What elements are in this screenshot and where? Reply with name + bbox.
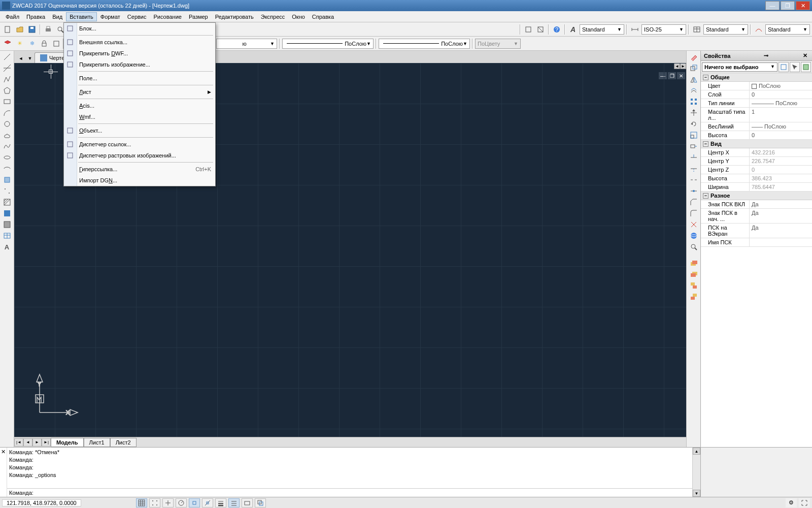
text-style-icon[interactable]: A <box>567 24 579 35</box>
save-icon[interactable] <box>26 24 38 35</box>
props-close-icon[interactable]: ✕ <box>801 52 809 59</box>
text-style-combo[interactable]: Standard▼ <box>580 24 624 35</box>
ml-style-combo[interactable]: Standard▼ <box>765 24 810 35</box>
layer-props-icon[interactable] <box>2 38 13 49</box>
prop-row[interactable]: Слой0 <box>701 90 812 99</box>
help-icon[interactable]: ? <box>551 24 562 35</box>
prop-row[interactable]: Центр Y226.7547 <box>701 157 812 166</box>
cycle-toggle-icon[interactable] <box>255 498 266 507</box>
coords-readout[interactable]: 121.7918, 418.9728, 0.0000 <box>2 499 81 506</box>
menu-item[interactable]: Внешняя ссылка... <box>64 37 215 48</box>
arc-icon[interactable] <box>2 108 13 118</box>
copy-icon[interactable] <box>688 63 699 73</box>
sheet-tab[interactable]: Лист1 <box>84 438 110 447</box>
menu-item[interactable]: Поле... <box>64 73 215 84</box>
layerorder-icon[interactable] <box>688 258 699 268</box>
layer-freeze-icon[interactable]: ❄ <box>26 38 38 49</box>
revcloud-icon[interactable] <box>2 130 13 140</box>
selection-combo[interactable]: Ничего не выбрано▼ <box>702 62 777 72</box>
prop-row[interactable]: Масштаб типа л...1 <box>701 108 812 122</box>
menu-вставить[interactable]: Вставить <box>66 12 97 21</box>
stretch-icon[interactable] <box>688 141 699 151</box>
join-icon[interactable] <box>688 186 699 196</box>
menu-item[interactable]: Блок... <box>64 23 215 34</box>
layerorder3-icon[interactable] <box>688 280 699 291</box>
table-style-icon[interactable] <box>691 24 702 35</box>
prop-row[interactable]: Высота386.423 <box>701 174 812 183</box>
menu-рисование[interactable]: Рисование <box>150 12 185 21</box>
sheet-prev-icon[interactable]: ◄ <box>23 438 32 447</box>
minimize-button[interactable]: — <box>765 1 780 10</box>
table-style-combo[interactable]: Standard▼ <box>703 24 748 35</box>
snap-toggle-icon[interactable] <box>149 498 160 507</box>
otrack-toggle-icon[interactable] <box>202 498 213 507</box>
close-button[interactable]: ✕ <box>796 1 810 10</box>
search-icon[interactable] <box>688 242 699 252</box>
menu-сервис[interactable]: Сервис <box>124 12 150 21</box>
doc-tab-menu[interactable]: ▼ <box>25 54 35 63</box>
polygon-icon[interactable] <box>2 85 13 96</box>
hatch-icon[interactable] <box>2 197 13 207</box>
sheet-tab[interactable]: Модель <box>51 438 84 447</box>
command-close-icon[interactable]: ✕ <box>0 448 7 497</box>
collapse-icon[interactable]: − <box>703 193 708 199</box>
move-icon[interactable] <box>688 108 699 118</box>
line-icon[interactable] <box>2 52 13 62</box>
menu-item[interactable]: Прикрепить DWF... <box>64 48 215 59</box>
pickadd-icon[interactable] <box>801 62 811 72</box>
prop-group[interactable]: −Разное <box>701 192 812 200</box>
tool-icon[interactable] <box>523 24 534 35</box>
offset-icon[interactable] <box>688 85 699 96</box>
menu-item[interactable]: Wmf... <box>64 111 215 122</box>
menu-редактировать[interactable]: Редактировать <box>212 12 257 21</box>
new-icon[interactable] <box>2 24 13 35</box>
chamfer-icon[interactable] <box>688 197 699 207</box>
ortho-toggle-icon[interactable] <box>162 498 174 507</box>
tool2-icon[interactable] <box>535 24 546 35</box>
region-icon[interactable] <box>2 219 13 230</box>
prop-row[interactable]: ВесЛиний—— ПоСлою <box>701 122 812 131</box>
grid-toggle-icon[interactable] <box>136 498 147 507</box>
block-icon[interactable] <box>2 175 13 185</box>
fillet-icon[interactable] <box>688 208 699 218</box>
layer-byslayer-combo[interactable]: ю▼ <box>216 39 277 49</box>
menu-item[interactable]: Гиперссылка...Ctrl+K <box>64 164 215 175</box>
menu-файл[interactable]: Файл <box>2 12 23 21</box>
command-input[interactable] <box>33 490 690 496</box>
ml-style-icon[interactable] <box>753 24 764 35</box>
menu-формат[interactable]: Формат <box>97 12 124 21</box>
polar-toggle-icon[interactable] <box>176 498 187 507</box>
mtext-icon[interactable]: A <box>2 242 13 252</box>
selectobjects-icon[interactable] <box>790 62 800 72</box>
cmd-scroll-down-icon[interactable]: ▼ <box>693 490 700 497</box>
extend-icon[interactable] <box>688 164 699 174</box>
collapse-icon[interactable]: − <box>703 75 708 80</box>
model-toggle-icon[interactable] <box>242 498 253 507</box>
sheet-last-icon[interactable]: ►| <box>42 438 51 447</box>
props-pin-icon[interactable]: ⊸ <box>762 52 770 59</box>
menu-item[interactable]: Acis... <box>64 100 215 111</box>
rotate-icon[interactable] <box>688 119 699 129</box>
spline-icon[interactable] <box>2 141 13 151</box>
collapse-icon[interactable]: − <box>703 141 708 147</box>
layer-color-icon[interactable] <box>51 38 62 49</box>
prop-row[interactable]: Имя ПСК <box>701 238 812 247</box>
rectangle-icon[interactable] <box>2 97 13 107</box>
print-icon[interactable] <box>43 24 54 35</box>
ellipse-arc-icon[interactable] <box>2 164 13 174</box>
menu-item[interactable]: Объект... <box>64 125 215 136</box>
dyn-toggle-icon[interactable] <box>228 498 240 507</box>
sheet-next-icon[interactable]: ► <box>32 438 42 447</box>
prop-row[interactable]: Высота0 <box>701 131 812 140</box>
menu-item[interactable]: Диспетчер растровых изображений... <box>64 150 215 161</box>
layerorder2-icon[interactable] <box>688 269 699 279</box>
dim-style-icon[interactable] <box>629 24 640 35</box>
trim-icon[interactable] <box>688 152 699 163</box>
prop-group[interactable]: −Вид <box>701 140 812 148</box>
doc-tab-prev[interactable]: ◄ <box>16 54 25 63</box>
menu-справка[interactable]: Справка <box>309 12 337 21</box>
gear-icon[interactable]: ⚙ <box>786 498 797 507</box>
prop-group[interactable]: −Общие <box>701 73 812 82</box>
layerorder4-icon[interactable] <box>688 292 699 302</box>
globe-icon[interactable] <box>688 231 699 241</box>
